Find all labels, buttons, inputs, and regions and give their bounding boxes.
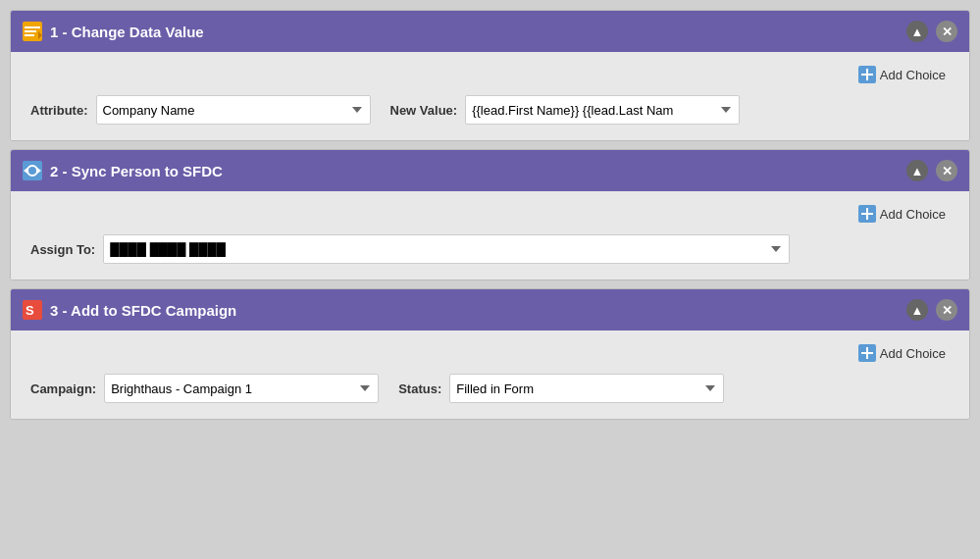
card-1-title: 1 - Change Data Value: [50, 24, 204, 40]
card-1-add-choice-button[interactable]: Add Choice: [854, 64, 950, 85]
status-select[interactable]: Filled in Form: [449, 374, 724, 403]
svg-rect-3: [25, 34, 34, 36]
card-3-actions: ▲ ✕: [906, 299, 957, 321]
card-3-add-choice-label: Add Choice: [880, 346, 946, 361]
card-1-attribute-group: Attribute: Company Name: [30, 95, 371, 125]
card-1-header: 1 - Change Data Value ▲ ✕: [11, 11, 969, 52]
card-3-form-row: Campaign: Brighthaus - Campaign 1 Status…: [30, 374, 950, 403]
card-1-close-button[interactable]: ✕: [936, 21, 957, 42]
card-2-assignto-label: Assign To:: [30, 242, 95, 257]
card-1-newvalue-group: New Value: {{lead.First Name}} {{lead.La…: [390, 95, 741, 125]
sfdc-campaign-icon: S: [23, 300, 42, 320]
card-1-newvalue-label: New Value:: [390, 103, 458, 118]
card-3-title: 3 - Add to SFDC Campaign: [50, 302, 236, 319]
card-2-close-button[interactable]: ✕: [936, 160, 957, 181]
sync-icon: [23, 161, 42, 180]
card-2-title-group: 2 - Sync Person to SFDC: [23, 161, 223, 180]
card-3-add-choice-button[interactable]: Add Choice: [854, 342, 950, 364]
card-2-add-choice-button[interactable]: Add Choice: [854, 203, 950, 225]
card-1-form-row: Attribute: Company Name New Value: {{lea…: [30, 95, 950, 125]
card-1-title-group: 1 - Change Data Value: [23, 22, 204, 41]
campaign-select[interactable]: Brighthaus - Campaign 1: [104, 374, 379, 403]
card-1-add-choice-row: Add Choice: [30, 64, 950, 85]
card-1-actions: ▲ ✕: [906, 21, 957, 42]
svg-rect-13: [861, 213, 873, 215]
card-3-campaign-label: Campaign:: [30, 381, 96, 396]
add-choice-icon: [858, 66, 876, 83]
card-2-up-button[interactable]: ▲: [906, 160, 928, 181]
svg-rect-1: [25, 26, 40, 28]
card-2-add-choice-label: Add Choice: [880, 207, 946, 222]
card-3-body: Add Choice Campaign: Brighthaus - Campai…: [11, 330, 969, 419]
card-change-data-value: 1 - Change Data Value ▲ ✕ Add Choice Att…: [10, 10, 970, 141]
add-choice-icon-3: [858, 344, 876, 362]
card-3-status-group: Status: Filled in Form: [398, 374, 724, 403]
add-choice-icon-2: [858, 205, 876, 223]
card-3-up-button[interactable]: ▲: [906, 299, 928, 321]
svg-text:S: S: [26, 303, 34, 318]
card-2-form-row: Assign To: ████ ████ ████: [30, 234, 950, 264]
svg-rect-2: [25, 30, 36, 32]
card-3-header: S 3 - Add to SFDC Campaign ▲ ✕: [11, 289, 969, 330]
card-3-close-button[interactable]: ✕: [936, 299, 957, 321]
card-2-header: 2 - Sync Person to SFDC ▲ ✕: [11, 150, 969, 191]
card-1-add-choice-label: Add Choice: [880, 68, 946, 82]
assign-to-select[interactable]: ████ ████ ████: [103, 234, 790, 264]
card-3-title-group: S 3 - Add to SFDC Campaign: [23, 300, 236, 320]
card-2-add-choice-row: Add Choice: [30, 203, 950, 225]
card-3-campaign-group: Campaign: Brighthaus - Campaign 1: [30, 374, 379, 403]
card-3-status-label: Status:: [398, 381, 441, 396]
card-sync-person: 2 - Sync Person to SFDC ▲ ✕ Add Choice A…: [10, 149, 970, 280]
card-2-actions: ▲ ✕: [906, 160, 957, 181]
new-value-select[interactable]: {{lead.First Name}} {{lead.Last Nam: [465, 95, 740, 125]
card-3-add-choice-row: Add Choice: [30, 342, 950, 364]
card-2-title: 2 - Sync Person to SFDC: [50, 163, 223, 179]
card-2-body: Add Choice Assign To: ████ ████ ████: [11, 191, 969, 280]
change-data-icon: [23, 22, 42, 41]
svg-rect-7: [861, 74, 873, 76]
card-1-up-button[interactable]: ▲: [906, 21, 928, 42]
card-1-body: Add Choice Attribute: Company Name New V…: [11, 52, 969, 140]
attribute-select[interactable]: Company Name: [96, 95, 371, 125]
card-2-assignto-group: Assign To: ████ ████ ████: [30, 234, 790, 264]
svg-rect-18: [861, 352, 873, 354]
card-add-sfdc-campaign: S 3 - Add to SFDC Campaign ▲ ✕ Add Choic…: [10, 288, 970, 420]
card-1-attribute-label: Attribute:: [30, 103, 88, 118]
